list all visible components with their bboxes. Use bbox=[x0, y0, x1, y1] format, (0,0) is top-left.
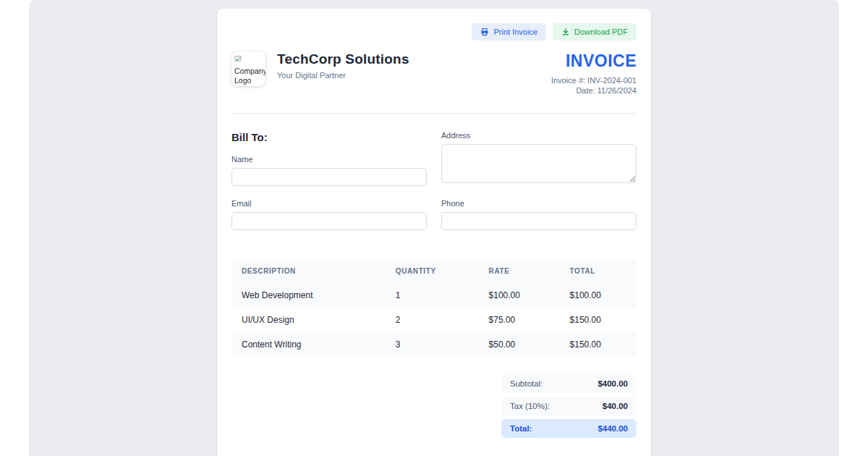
print-invoice-label: Print Invoice bbox=[493, 28, 537, 36]
column-header-quantity: Quantity bbox=[386, 259, 479, 283]
subtotal-row: Subtotal: $400.00 bbox=[501, 374, 637, 393]
invoice-date: Date: 11/26/2024 bbox=[551, 85, 637, 96]
column-header-total: Total bbox=[560, 259, 637, 283]
name-field[interactable] bbox=[231, 168, 427, 186]
grand-total-row: Total: $440.00 bbox=[501, 419, 637, 438]
toolbar: Print Invoice Download PDF bbox=[231, 23, 637, 41]
name-label: Name bbox=[231, 155, 427, 164]
header-divider bbox=[231, 113, 637, 114]
item-total: $150.00 bbox=[560, 308, 637, 332]
tax-value: $40.00 bbox=[603, 402, 628, 410]
invoice-number: Invoice #: INV-2024-001 bbox=[551, 75, 637, 85]
download-pdf-label: Download PDF bbox=[574, 28, 628, 36]
bill-to-heading: Bill To: bbox=[231, 131, 427, 143]
item-quantity: 2 bbox=[386, 308, 479, 332]
item-description: Content Writing bbox=[231, 332, 386, 357]
logo-alt-text: Company Logo bbox=[234, 67, 264, 85]
table-header-row: Description Quantity Rate Total bbox=[231, 259, 637, 283]
print-invoice-button[interactable]: Print Invoice bbox=[472, 23, 546, 41]
item-description: UI/UX Design bbox=[231, 308, 386, 332]
email-label: Email bbox=[231, 199, 427, 208]
email-field[interactable] bbox=[231, 212, 427, 230]
invoice-header: Company Logo TechCorp Solutions Your Dig… bbox=[231, 51, 637, 96]
broken-image-icon bbox=[234, 54, 244, 66]
item-quantity: 1 bbox=[386, 283, 479, 308]
table-row: Content Writing 3 $50.00 $150.00 bbox=[231, 332, 637, 357]
tax-row: Tax (10%): $40.00 bbox=[501, 397, 637, 415]
tax-label: Tax (10%): bbox=[510, 402, 550, 410]
invoice-title: INVOICE bbox=[551, 51, 637, 71]
subtotal-value: $400.00 bbox=[597, 379, 628, 388]
column-header-description: Description bbox=[231, 259, 386, 283]
table-row: UI/UX Design 2 $75.00 $150.00 bbox=[231, 308, 637, 332]
item-description: Web Development bbox=[231, 283, 386, 308]
item-total: $150.00 bbox=[560, 332, 637, 357]
download-icon bbox=[561, 28, 570, 36]
item-rate: $50.00 bbox=[479, 332, 560, 357]
download-pdf-button[interactable]: Download PDF bbox=[553, 23, 637, 41]
item-rate: $75.00 bbox=[479, 308, 560, 332]
address-label: Address bbox=[441, 131, 637, 140]
subtotal-label: Subtotal: bbox=[510, 379, 542, 388]
company-tagline: Your Digital Partner bbox=[277, 71, 409, 80]
page-background: Print Invoice Download PDF Company Logo … bbox=[29, 0, 839, 456]
bill-to-section: Bill To: Name Email Address Phone bbox=[231, 130, 637, 243]
item-quantity: 3 bbox=[386, 332, 479, 357]
item-total: $100.00 bbox=[560, 283, 637, 308]
grand-total-value: $440.00 bbox=[597, 424, 628, 433]
company-name: TechCorp Solutions bbox=[277, 51, 409, 67]
column-header-rate: Rate bbox=[479, 259, 560, 283]
phone-field[interactable] bbox=[441, 212, 637, 230]
phone-label: Phone bbox=[441, 199, 637, 208]
invoice-card: Print Invoice Download PDF Company Logo … bbox=[217, 9, 651, 456]
table-row: Web Development 1 $100.00 $100.00 bbox=[231, 283, 637, 308]
totals-section: Subtotal: $400.00 Tax (10%): $40.00 Tota… bbox=[231, 374, 637, 438]
company-logo-broken-image: Company Logo bbox=[231, 51, 265, 86]
printer-icon bbox=[480, 28, 489, 36]
line-items-table: Description Quantity Rate Total Web Deve… bbox=[231, 259, 637, 357]
item-rate: $100.00 bbox=[479, 283, 560, 308]
address-field[interactable] bbox=[441, 144, 637, 183]
grand-total-label: Total: bbox=[510, 424, 532, 433]
